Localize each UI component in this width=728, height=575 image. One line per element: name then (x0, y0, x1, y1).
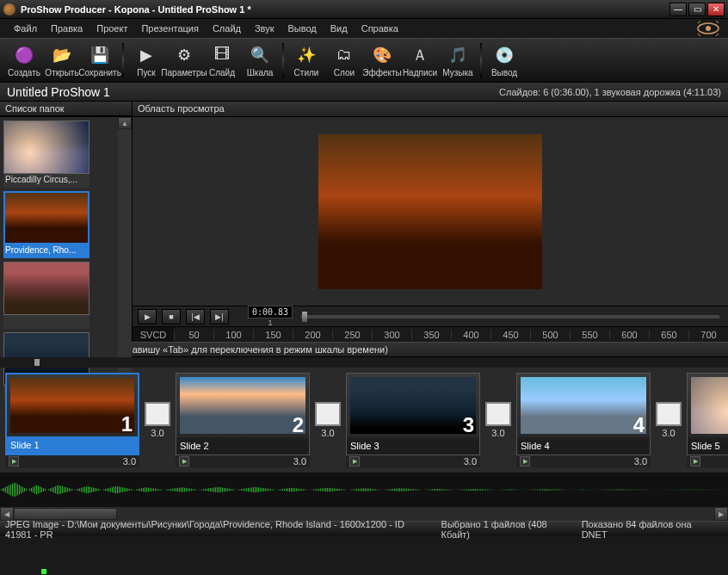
menubar: ФайлПравкаПроектПрезентацияСлайдЗвукВыво… (0, 19, 728, 38)
toolbar-label: Вывод (491, 68, 517, 77)
slide-item[interactable]: Slide 5 (687, 373, 728, 455)
slide-play-icon[interactable]: ▶ (9, 456, 19, 467)
slide-play-icon[interactable]: ▶ (690, 456, 700, 467)
stop-button[interactable]: ■ (162, 309, 181, 325)
slide-number: 4 (633, 413, 645, 437)
slide-thumbnail (10, 378, 134, 433)
ruler-tick: 100 (213, 330, 253, 340)
toolbar-music-button[interactable]: 🎵Музыка (439, 40, 477, 81)
slide-name: Slide 3 (350, 441, 476, 451)
transition-item[interactable]: 3.0 (656, 373, 682, 467)
thumbnail-label (3, 315, 89, 329)
minimize-button[interactable]: — (669, 3, 687, 16)
slide-item[interactable]: 1Slide 1 (5, 373, 139, 455)
slide-thumbnail (691, 377, 728, 434)
playback-time: 0:00.83 (248, 306, 293, 318)
audio-waveform[interactable] (0, 473, 728, 507)
transition-icon (656, 402, 682, 426)
menu-справка[interactable]: Справка (355, 21, 405, 36)
slide-item[interactable]: 2Slide 2 (176, 373, 310, 455)
slide-marker-icon[interactable] (34, 359, 40, 366)
slide-strip[interactable]: 1Slide 1▶3.03.02Slide 2▶3.03.03Slide 3▶3… (0, 368, 728, 473)
menu-вид[interactable]: Вид (324, 21, 355, 36)
toolbar-params-button[interactable]: ⚙Параметры (165, 40, 203, 81)
transition-item[interactable]: 3.0 (485, 373, 511, 467)
menu-слайд[interactable]: Слайд (206, 21, 248, 36)
params-icon: ⚙ (173, 44, 195, 66)
transition-duration: 3.0 (321, 428, 334, 438)
slide-marker-row (0, 357, 728, 368)
effects-icon: 🎨 (371, 44, 393, 66)
toolbar-label: Слои (334, 68, 355, 77)
thumbnail-image (3, 191, 89, 244)
transition-icon (485, 402, 511, 426)
toolbar-effects-button[interactable]: 🎨Эффекты (363, 40, 401, 81)
ruler-tick: 550 (570, 330, 609, 340)
menu-правка[interactable]: Правка (44, 21, 89, 36)
preview-area[interactable] (133, 117, 728, 306)
menu-файл[interactable]: Файл (7, 21, 44, 36)
scrollbar-thumb[interactable] (14, 508, 117, 520)
toolbar-save-button[interactable]: 💾Сохранить (81, 40, 119, 81)
slide-name: Slide 5 (691, 441, 728, 451)
transition-duration: 3.0 (662, 428, 675, 438)
toolbar-styles-button[interactable]: ✨Стили (287, 40, 325, 81)
slide-name: Slide 4 (521, 441, 646, 451)
toolbar-layers-button[interactable]: 🗂Слои (325, 40, 363, 81)
maximize-button[interactable]: ▭ (688, 3, 706, 16)
ruler-tick: 600 (609, 330, 649, 340)
transition-duration: 3.0 (151, 428, 163, 438)
ruler-tick: 200 (293, 330, 332, 340)
open-icon: 📂 (51, 44, 73, 66)
prev-button[interactable]: |◀ (186, 309, 205, 325)
toolbar-slide-button[interactable]: 🎞Слайд (203, 40, 241, 81)
scale-icon: 🔍 (249, 44, 271, 66)
toolbar-label: Открыть (45, 68, 78, 77)
toolbar-output-button[interactable]: 💿Вывод (485, 40, 523, 81)
preview-eye-icon[interactable] (695, 21, 721, 36)
menu-презентация[interactable]: Презентация (134, 21, 205, 36)
slide-number: 3 (463, 413, 474, 437)
slide-duration: 3.0 (123, 456, 136, 467)
slide-item[interactable]: 3Slide 3 (346, 373, 480, 455)
close-button[interactable]: ✕ (707, 3, 725, 16)
slide-thumbnail (521, 377, 646, 434)
toolbar-create-button[interactable]: 🟣Создать (5, 40, 43, 81)
menu-вывод[interactable]: Вывод (281, 21, 324, 36)
thumbnail-item[interactable]: Providence, Rho... (3, 191, 89, 258)
toolbar: 🟣Создать📂Открыть💾Сохранить▶Пуск⚙Параметр… (0, 38, 728, 83)
toolbar-scale-button[interactable]: 🔍Шкала (241, 40, 279, 81)
toolbar-open-button[interactable]: 📂Открыть (43, 40, 81, 81)
toolbar-label: Стили (294, 68, 319, 77)
slide-play-icon[interactable]: ▶ (179, 456, 189, 467)
toolbar-label: Шкала (247, 68, 274, 77)
transition-item[interactable]: 3.0 (315, 373, 341, 467)
slide-thumbnail (350, 377, 476, 434)
thumbnail-item[interactable]: Piccadilly Circus,... (3, 121, 89, 188)
slide-play-icon[interactable]: ▶ (520, 456, 530, 467)
slide-name: Slide 2 (180, 441, 305, 451)
menu-звук[interactable]: Звук (248, 21, 281, 36)
toolbar-captions-button[interactable]: ＡНадписи (401, 40, 439, 81)
format-label[interactable]: SVCD (133, 327, 174, 342)
toolbar-play-button[interactable]: ▶Пуск (127, 40, 165, 81)
slide-item[interactable]: 4Slide 4 (516, 373, 651, 455)
ruler-tick: 650 (649, 330, 688, 340)
playback-slider[interactable] (301, 315, 719, 318)
timeline-scrollbar[interactable]: ◀ ▶ (0, 507, 728, 521)
slide-duration: 3.0 (634, 456, 647, 467)
toolbar-label: Музыка (442, 68, 472, 77)
toolbar-label: Слайд (209, 68, 235, 77)
next-button[interactable]: ▶| (210, 309, 229, 325)
thumbnail-image (3, 262, 89, 315)
transition-item[interactable]: 3.0 (145, 373, 170, 467)
ruler-tick: 450 (490, 330, 530, 340)
play-button[interactable]: ▶ (138, 309, 157, 325)
thumbnail-image (3, 121, 89, 174)
slide-play-icon[interactable]: ▶ (349, 456, 360, 467)
scroll-up-icon[interactable]: ▲ (118, 117, 132, 129)
captions-icon: Ａ (409, 44, 431, 66)
menu-проект[interactable]: Проект (89, 21, 134, 36)
thumbnail-item[interactable] (3, 262, 89, 329)
toolbar-label: Пуск (137, 68, 155, 77)
